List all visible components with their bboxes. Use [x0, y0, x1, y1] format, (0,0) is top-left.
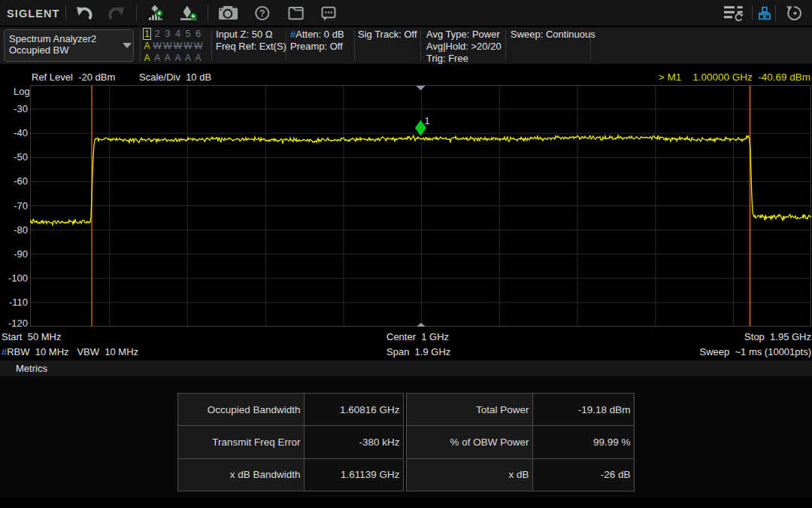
svg-text:1: 1: [425, 115, 430, 126]
svg-text:?: ?: [259, 8, 265, 19]
